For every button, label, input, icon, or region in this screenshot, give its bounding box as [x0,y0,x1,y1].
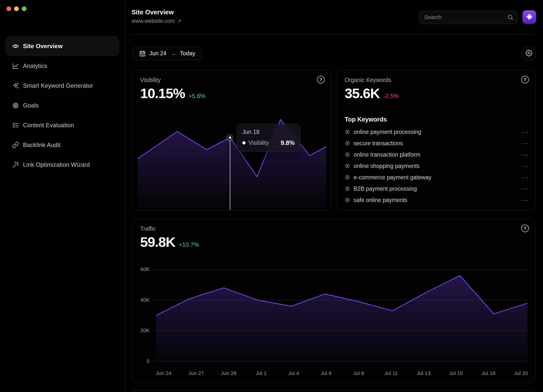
keyword-menu-button[interactable]: ··· [521,152,529,158]
traffic-chart[interactable] [154,269,528,361]
date-range-end: Today [180,50,195,57]
traffic-y-tick: 60K [134,266,150,272]
traffic-x-tick: Jul 6 [321,370,332,376]
page-title: Site Overview [132,8,174,16]
keyword-row[interactable]: online payment processing··· [345,126,529,138]
organic-keywords-value: 35.6K [345,85,380,101]
traffic-x-tick: Jul 4 [288,370,299,376]
keyword-label: secure transactions [354,140,403,147]
keyword-row[interactable]: secure transactions··· [345,138,529,149]
wand-icon [12,161,19,168]
sidebar-item-label: Goals [23,102,39,109]
keyword-bullet-icon [345,141,350,146]
traffic-card: Traffic ? 59.8K +10.7% 60K40K20K0 Jun 24… [132,219,536,383]
keyword-menu-button[interactable]: ··· [521,140,529,146]
sidebar-item-link-optimization-wizard[interactable]: Link Optimization Wizard [6,155,119,174]
traffic-x-tick: Jul 11 [384,370,398,376]
sidebar-item-label: Backlink Audit [23,142,61,148]
close-window-button[interactable] [6,6,11,11]
keyword-label: B2B payment processing [354,186,417,192]
sidebar-item-content-evaluation[interactable]: Content Evaluation [6,116,119,135]
sparkles-icon [12,82,19,89]
keyword-bullet-icon [345,175,350,180]
target-icon [12,102,19,109]
traffic-x-tick: Jun 27 [188,370,204,376]
tooltip-series-label: Visibility [249,140,269,146]
next-card-edge [132,390,536,392]
minimize-window-button[interactable] [14,6,19,11]
traffic-card-title: Traffic [140,226,156,232]
traffic-help-icon[interactable]: ? [521,225,529,232]
search-input[interactable] [424,14,507,21]
traffic-y-tick: 0 [134,358,150,364]
organic-keywords-delta: -2.5% [383,93,399,100]
keyword-menu-button[interactable]: ··· [521,163,529,169]
app-logo-button[interactable] [522,10,536,24]
window-controls [6,6,26,11]
site-url-text: www.website.com [132,18,175,24]
sidebar-item-goals[interactable]: Goals [6,96,119,115]
tooltip-value: 9.8% [281,139,295,146]
keyword-menu-button[interactable]: ··· [521,186,529,192]
search-box [419,11,518,24]
traffic-x-tick: Jul 15 [449,370,463,376]
organic-keywords-help-icon[interactable]: ? [521,76,529,83]
keyword-menu-button[interactable]: ··· [521,197,529,203]
search-icon [507,14,514,21]
sidebar-nav: Site OverviewAnalyticsSmart Keyword Gene… [6,37,119,175]
checklist-icon [12,122,19,129]
keyword-label: online payment processing [354,129,421,135]
organic-keywords-card: Organic Keywords ? 35.6K -2.5% Top Keywo… [336,70,536,210]
traffic-x-tick: Jul 1 [256,370,267,376]
keyword-label: safe online payments [354,197,407,204]
traffic-x-tick: Jul 18 [482,370,496,376]
keyword-menu-button[interactable]: ··· [521,129,529,135]
keyword-row[interactable]: online shopping payments··· [345,160,529,172]
visibility-chart[interactable]: Jun 18 Visibility 9.8% [137,107,326,210]
top-keywords-title: Top Keywords [345,116,387,123]
traffic-y-tick: 40K [134,297,150,303]
traffic-x-tick: Jul 13 [417,370,430,376]
traffic-y-tick: 20K [134,328,150,333]
chart-tooltip: Jun 18 Visibility 9.8% [237,124,300,152]
sidebar-item-site-overview[interactable]: Site Overview [6,37,119,56]
keyword-row[interactable]: online transaction platform··· [345,149,529,160]
visibility-value: 10.15% [140,85,185,101]
visibility-card-title: Visibility [140,77,161,83]
date-range-button[interactable]: 12 Jun 24 → Today [132,47,202,60]
eye-icon [12,43,19,50]
keyword-menu-button[interactable]: ··· [521,174,529,181]
gear-icon [525,50,532,58]
svg-text:12: 12 [141,53,144,56]
traffic-x-tick: Jun 29 [221,370,236,376]
sidebar-item-backlink-audit[interactable]: Backlink Audit [6,135,119,154]
keyword-row[interactable]: e-commerce payment gateway··· [345,172,529,183]
sidebar: Site OverviewAnalyticsSmart Keyword Gene… [0,0,125,392]
keyword-row[interactable]: B2B payment processing··· [345,183,529,194]
traffic-x-tick: Jul 20 [514,370,528,376]
sidebar-item-label: Link Optimization Wizard [23,161,90,168]
sidebar-item-smart-keyword-generator[interactable]: Smart Keyword Generator [6,76,119,95]
traffic-x-tick: Jul 8 [353,370,364,376]
keyword-row[interactable]: safe online payments··· [345,194,529,206]
keyword-bullet-icon [345,163,350,169]
keyword-label: online shopping payments [354,163,420,169]
fullscreen-window-button[interactable] [22,6,26,11]
keyword-label: online transaction platform [354,151,420,158]
sidebar-item-label: Analytics [23,62,47,69]
keyword-bullet-icon [345,197,350,203]
calendar-icon: 12 [139,50,146,57]
date-range-start: Jun 24 [149,50,166,57]
settings-button[interactable] [522,47,536,60]
organic-keywords-card-title: Organic Keywords [345,77,391,83]
visibility-help-icon[interactable]: ? [317,76,325,83]
keyword-bullet-icon [345,186,350,191]
sidebar-item-analytics[interactable]: Analytics [6,56,119,75]
arrow-right-icon: → [170,50,177,57]
site-url-link[interactable]: www.website.com ↗ [132,18,181,24]
app-window: Site OverviewAnalyticsSmart Keyword Gene… [0,0,543,392]
tooltip-date: Jun 18 [242,129,295,135]
keyword-bullet-icon [345,129,350,135]
visibility-card: Visibility ? 10.15% +5.6% Jun 18 Visibil… [132,70,331,210]
external-link-icon: ↗ [177,18,182,24]
